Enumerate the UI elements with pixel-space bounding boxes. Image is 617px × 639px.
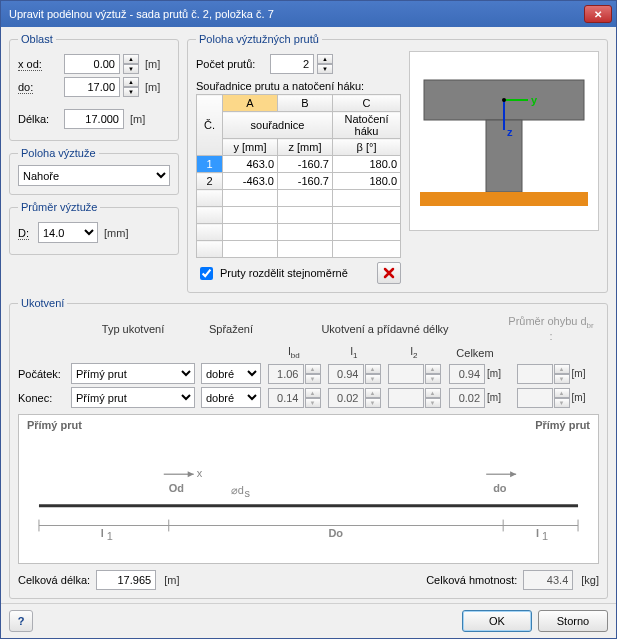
l1-hdr: l1 (324, 345, 384, 360)
prumer-ohybu-hdr: Průměr ohybu dbr : (506, 315, 596, 342)
storno-button[interactable]: Storno (538, 610, 608, 632)
celkem-hdr: Celkem (444, 347, 506, 359)
svg-text:1: 1 (542, 531, 548, 543)
p-l1-input (328, 364, 364, 384)
table-row[interactable] (197, 190, 401, 207)
diag-right-label: Přímý prut (535, 419, 590, 431)
titlebar: Upravit podélnou výztuž - sada prutů č. … (1, 1, 616, 27)
svg-text:l: l (536, 528, 539, 540)
table-row[interactable]: 2 -463.0 -160.7 180.0 (197, 173, 401, 190)
l2-hdr: l2 (384, 345, 444, 360)
section-preview: y z (409, 51, 599, 231)
k-cel-input (449, 388, 485, 408)
p-cel-input (449, 364, 485, 384)
pocet-spinner[interactable]: ▲▼ (317, 54, 333, 74)
k-l1-input (328, 388, 364, 408)
svg-text:z: z (507, 126, 513, 138)
oblast-legend: Oblast (18, 33, 56, 45)
col-sour: souřadnice (223, 112, 333, 139)
prumer-legend: Průměr výztuže (18, 201, 100, 213)
button-bar: ? OK Storno (1, 603, 616, 638)
col-nat: Natočení háku (333, 112, 401, 139)
anchorage-diagram: Přímý prut Přímý prut x Od do ⌀ds (18, 414, 599, 564)
pocet-label: Počet prutů: (196, 58, 266, 70)
poloha-vyztuze-group: Poloha výztuže Nahoře (9, 147, 179, 195)
col-c: Č. (197, 95, 223, 156)
svg-text:Do: Do (328, 528, 343, 540)
delka-input[interactable] (64, 109, 124, 129)
svg-text:s: s (245, 487, 251, 499)
table-row[interactable] (197, 224, 401, 241)
svg-point-7 (502, 98, 506, 102)
p-dbr-input (517, 364, 553, 384)
cd-value (96, 570, 156, 590)
poloha-prutu-legend: Poloha výztužných prutů (196, 33, 322, 45)
pocet-input[interactable] (270, 54, 314, 74)
oblast-group: Oblast x od: ▲▼ [m] do: ▲▼ [m] (9, 33, 179, 141)
rozdelit-checkbox[interactable] (200, 267, 213, 280)
d-unit: [mm] (104, 227, 128, 239)
window-title: Upravit podélnou výztuž - sada prutů č. … (9, 8, 584, 20)
svg-text:Od: Od (169, 482, 184, 494)
d-select[interactable]: 14.0 (38, 222, 98, 243)
svg-rect-1 (486, 120, 522, 192)
p-l2-input (388, 364, 424, 384)
prumer-group: Průměr výztuže D: 14.0 [mm] (9, 201, 179, 255)
ukotveni-legend: Ukotvení (18, 297, 67, 309)
cd-unit: [m] (164, 574, 179, 586)
typ-hdr: Typ ukotvení (68, 323, 198, 335)
konec-spr-select[interactable]: dobré (201, 387, 261, 408)
help-button[interactable]: ? (9, 610, 33, 632)
do-spinner[interactable]: ▲▼ (123, 77, 139, 97)
delete-button[interactable] (377, 262, 401, 284)
pocatek-typ-select[interactable]: Přímý prut (71, 363, 195, 384)
sour-label: Souřadnice prutu a natočení háku: (196, 80, 401, 92)
col-beta: β [°] (333, 139, 401, 156)
pocatek-spr-select[interactable]: dobré (201, 363, 261, 384)
table-row[interactable] (197, 241, 401, 258)
rozdelit-label: Pruty rozdělit stejnoměrně (220, 267, 348, 279)
p-lbd-input (268, 364, 304, 384)
x-icon (382, 266, 396, 280)
cd-label: Celková délka: (18, 574, 90, 586)
col-cc[interactable]: C (333, 95, 401, 112)
ok-button[interactable]: OK (462, 610, 532, 632)
x-od-label: x od: (18, 58, 60, 70)
do-input[interactable] (64, 77, 120, 97)
svg-text:⌀d: ⌀d (231, 484, 244, 496)
svg-marker-9 (188, 472, 194, 478)
k-lbd-input (268, 388, 304, 408)
x-od-spinner[interactable]: ▲▼ (123, 54, 139, 74)
pocatek-label: Počátek: (18, 368, 68, 380)
close-button[interactable]: ✕ (584, 5, 612, 23)
diag-left-label: Přímý prut (27, 419, 82, 431)
ukotveni-group: Ukotvení Typ ukotvení Spřažení Ukotvení … (9, 297, 608, 599)
k-dbr-input (517, 388, 553, 408)
col-a[interactable]: A (223, 95, 278, 112)
svg-text:y: y (531, 94, 538, 106)
svg-marker-13 (510, 472, 516, 478)
group-hdr: Ukotvení a přídavné délky (264, 323, 506, 335)
ch-unit: [kg] (581, 574, 599, 586)
svg-text:1: 1 (107, 531, 113, 543)
delka-unit: [m] (130, 113, 145, 125)
poloha-prutu-group: Poloha výztužných prutů Počet prutů: ▲▼ … (187, 33, 608, 293)
dialog-window: Upravit podélnou výztuž - sada prutů č. … (0, 0, 617, 639)
ch-value (523, 570, 573, 590)
x-od-unit: [m] (145, 58, 160, 70)
table-row[interactable]: 1 463.0 -160.7 180.0 (197, 156, 401, 173)
do-label: do: (18, 81, 60, 93)
lbd-hdr: lbd (264, 345, 324, 360)
col-y: y [mm] (223, 139, 278, 156)
col-z: z [mm] (278, 139, 333, 156)
x-od-input[interactable] (64, 54, 120, 74)
spr-hdr: Spřažení (198, 323, 264, 335)
poloha-v-select[interactable]: Nahoře (18, 165, 170, 186)
table-row[interactable] (197, 207, 401, 224)
k-l2-input (388, 388, 424, 408)
coords-table[interactable]: Č. A B C souřadnice Natočení háku (196, 94, 401, 258)
col-b[interactable]: B (278, 95, 333, 112)
konec-typ-select[interactable]: Přímý prut (71, 387, 195, 408)
svg-text:x: x (197, 468, 203, 480)
d-label: D: (18, 227, 34, 239)
